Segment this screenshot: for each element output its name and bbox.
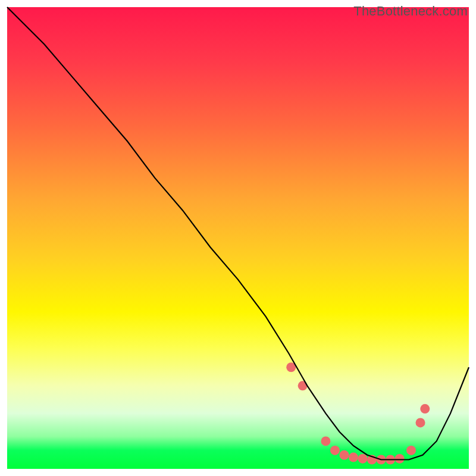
highlight-marker — [358, 454, 368, 464]
chart-overlay — [7, 7, 469, 469]
watermark-text: TheBottleneck.com — [353, 4, 468, 19]
highlight-marker — [395, 454, 405, 464]
highlight-marker — [420, 404, 430, 414]
bottleneck-curve-path — [7, 7, 469, 459]
highlight-marker — [349, 453, 358, 462]
highlight-marker — [330, 446, 340, 455]
bottleneck-chart: TheBottleneck.com — [0, 0, 476, 476]
highlight-marker — [416, 418, 425, 427]
highlight-marker — [406, 446, 416, 455]
highlight-marker — [321, 436, 330, 446]
highlight-marker — [339, 450, 349, 460]
